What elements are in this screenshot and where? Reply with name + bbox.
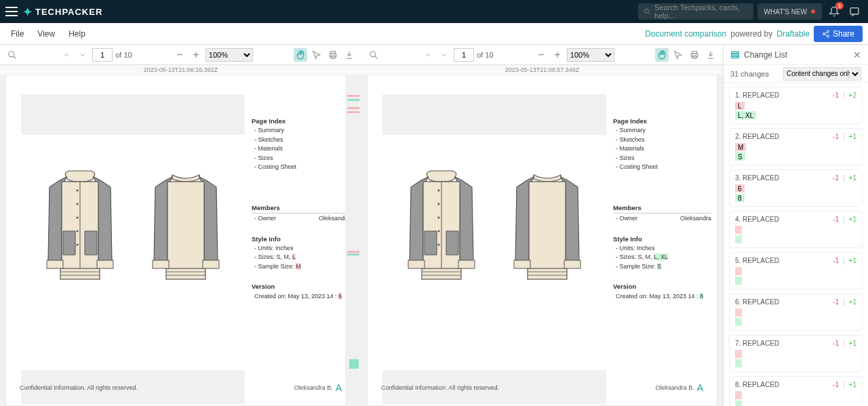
change-item[interactable]: 1. REPLACED-1|+2LL, XL xyxy=(729,87,863,124)
svg-rect-25 xyxy=(167,182,204,270)
prev-page-button[interactable] xyxy=(60,48,73,62)
download-button[interactable] xyxy=(704,48,717,62)
close-sidebar-button[interactable]: ✕ xyxy=(853,49,861,60)
brand-text: TECHPACKER xyxy=(35,7,102,17)
svg-rect-49 xyxy=(528,268,567,279)
logo-icon: ✦ xyxy=(23,5,33,18)
menu-file[interactable]: File xyxy=(5,26,29,41)
share-button[interactable]: Share xyxy=(814,26,863,42)
left-document-pane: of 10 − + 100% 2023-05-13T21:06:16.392Z xyxy=(0,45,361,406)
doc-comparison-link[interactable]: Document comparison xyxy=(645,29,726,39)
svg-point-18 xyxy=(77,230,79,232)
hand-tool-button[interactable] xyxy=(655,48,669,62)
top-bar: ✦ TECHPACKER Search Techpacks, cards, he… xyxy=(0,0,868,23)
svg-rect-43 xyxy=(422,268,461,279)
change-item[interactable]: 8. REPLACED-1|+1 xyxy=(729,376,863,406)
left-toolbar: of 10 − + 100% xyxy=(0,45,361,65)
svg-line-6 xyxy=(825,34,827,35)
right-document-pane: of 10 − + 100% 2023-05-13T21:08:57.349Z xyxy=(361,45,723,406)
right-footer: Confidential Information. All rights res… xyxy=(381,382,703,393)
menu-icon[interactable] xyxy=(5,7,18,16)
svg-rect-52 xyxy=(514,260,530,268)
download-button[interactable] xyxy=(342,48,356,62)
chat-icon xyxy=(849,6,860,17)
jacket-front-sketch xyxy=(391,167,492,289)
change-item[interactable]: 7. REPLACED-1|+1 xyxy=(729,335,863,372)
svg-rect-46 xyxy=(408,260,425,268)
new-indicator-dot xyxy=(811,9,815,14)
app-logo[interactable]: ✦ TECHPACKER xyxy=(23,5,102,18)
print-button[interactable] xyxy=(326,48,340,62)
svg-rect-54 xyxy=(732,52,739,53)
search-placeholder: Search Techpacks, cards, help... xyxy=(654,3,748,20)
signature-mark: A xyxy=(336,382,342,393)
right-toolbar: of 10 − + 100% xyxy=(361,45,723,65)
signature-mark: A xyxy=(697,382,703,393)
svg-line-1 xyxy=(648,12,650,14)
zoom-select[interactable]: 100% xyxy=(205,48,253,62)
svg-point-19 xyxy=(77,244,79,246)
svg-rect-48 xyxy=(529,182,566,270)
change-item[interactable]: 3. REPLACED-1|+168 xyxy=(729,169,863,207)
zoom-in-button[interactable]: + xyxy=(551,48,564,62)
left-change-strip[interactable] xyxy=(345,75,361,406)
svg-point-41 xyxy=(438,230,440,232)
removed-sample: M xyxy=(296,263,301,270)
right-timestamp: 2023-05-13T21:08:57.349Z xyxy=(361,65,723,75)
page-of-text: of 10 xyxy=(477,51,493,59)
next-page-button[interactable] xyxy=(437,48,451,62)
hand-tool-button[interactable] xyxy=(294,48,307,62)
change-item[interactable]: 6. REPLACED-1|+1 xyxy=(729,293,863,331)
whats-new-button[interactable]: WHAT'S NEW xyxy=(757,3,822,20)
left-document-page: Page Index - Summary - Sketches - Materi… xyxy=(5,75,356,406)
svg-line-7 xyxy=(825,32,827,33)
menu-help[interactable]: Help xyxy=(63,26,91,41)
svg-point-31 xyxy=(370,51,376,56)
page-number-input[interactable] xyxy=(454,48,474,62)
print-button[interactable] xyxy=(688,48,701,62)
added-size: L, XL xyxy=(654,253,668,260)
zoom-out-button[interactable]: − xyxy=(173,48,186,62)
jacket-back-sketch xyxy=(135,167,237,289)
change-item[interactable]: 5. REPLACED-1|+1 xyxy=(729,252,863,289)
svg-rect-30 xyxy=(203,260,219,268)
zoom-select[interactable]: 100% xyxy=(567,48,614,62)
svg-point-16 xyxy=(77,203,79,205)
select-tool-button[interactable] xyxy=(310,48,323,62)
page-number-input[interactable] xyxy=(92,48,113,62)
svg-rect-26 xyxy=(166,268,205,279)
svg-point-40 xyxy=(438,217,440,219)
help-button[interactable] xyxy=(846,3,863,20)
svg-point-0 xyxy=(644,9,648,13)
next-page-button[interactable] xyxy=(76,48,90,62)
search-button[interactable] xyxy=(367,48,380,62)
global-search[interactable]: Search Techpacks, cards, help... xyxy=(638,3,753,20)
select-tool-button[interactable] xyxy=(671,48,685,62)
svg-point-3 xyxy=(827,31,829,33)
change-count: 31 changes xyxy=(730,70,779,78)
svg-rect-24 xyxy=(97,260,113,268)
header-placeholder xyxy=(21,94,245,135)
change-list-sidebar: Change List ✕ 31 changes Content changes… xyxy=(723,45,868,406)
change-item[interactable]: 2. REPLACED-1|+1MS xyxy=(729,128,863,165)
svg-rect-55 xyxy=(732,54,739,55)
svg-point-17 xyxy=(77,217,79,219)
added-sample: S xyxy=(657,263,661,270)
zoom-in-button[interactable]: + xyxy=(189,48,203,62)
left-footer: Confidential Information. All rights res… xyxy=(20,382,342,393)
search-button[interactable] xyxy=(5,48,19,62)
menu-view[interactable]: View xyxy=(32,26,60,41)
page-index-head: Page Index xyxy=(252,117,350,126)
prev-page-button[interactable] xyxy=(421,48,435,62)
change-list[interactable]: 1. REPLACED-1|+2LL, XL2. REPLACED-1|+1MS… xyxy=(724,83,868,406)
zoom-out-button[interactable]: − xyxy=(534,48,548,62)
change-filter-select[interactable]: Content changes only xyxy=(783,67,861,81)
left-info-column: Page Index - Summary - Sketches - Materi… xyxy=(252,113,350,301)
list-icon xyxy=(730,50,740,60)
sketch-row xyxy=(391,167,598,289)
svg-point-39 xyxy=(438,203,440,205)
change-item[interactable]: 4. REPLACED-1|+1 xyxy=(729,211,863,248)
left-timestamp: 2023-05-13T21:06:16.392Z xyxy=(0,65,361,75)
notifications-button[interactable]: 3 xyxy=(826,3,842,20)
draftable-link[interactable]: Draftable xyxy=(776,29,810,39)
